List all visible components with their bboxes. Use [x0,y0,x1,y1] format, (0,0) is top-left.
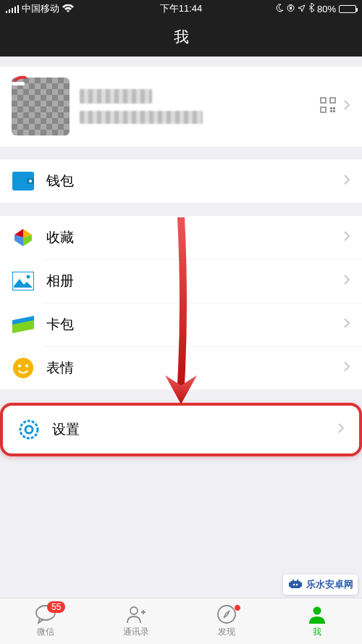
carrier-label: 中国移动 [22,2,59,15]
tab-discover-dot [234,604,241,611]
tab-chats-badge: 55 [47,601,65,613]
sticker-label: 表情 [46,359,343,377]
svg-rect-14 [330,110,332,112]
svg-point-8 [25,74,28,77]
settings-icon [17,418,41,441]
santa-hat-icon [12,73,29,86]
svg-rect-1 [9,9,10,13]
lock-icon [287,4,295,14]
battery-pct: 80% [317,4,336,14]
svg-rect-7 [12,82,25,85]
album-row[interactable]: 相册 [0,259,362,303]
svg-rect-31 [289,582,290,587]
svg-point-18 [29,180,32,183]
svg-rect-30 [290,581,300,588]
svg-rect-3 [14,7,16,13]
cards-icon [12,313,35,336]
svg-rect-15 [333,107,335,109]
svg-rect-2 [12,8,13,13]
svg-point-20 [27,275,30,279]
sticker-icon [12,356,35,380]
svg-rect-9 [321,98,326,103]
favorites-label: 收藏 [46,228,343,247]
tab-me[interactable]: 我 [272,598,362,644]
sticker-row[interactable]: 表情 [0,346,362,390]
page-title: 我 [174,27,189,47]
chevron-right-icon [343,174,350,188]
cards-label: 卡包 [46,315,343,334]
status-bar: 中国移动 下午11:44 80% [0,0,362,17]
svg-point-22 [18,364,21,367]
chevron-right-icon [343,230,350,245]
svg-point-28 [218,606,235,623]
chevron-right-icon [343,361,350,375]
svg-rect-0 [6,11,7,13]
profile-group [0,67,362,146]
watermark-logo-icon [287,577,303,593]
chevron-right-icon [343,317,350,332]
wallet-group: 钱包 [0,159,362,203]
tab-discover-label: 发现 [218,626,235,638]
wallet-icon [12,170,35,193]
chevron-right-icon [343,274,350,288]
svg-rect-10 [330,98,335,103]
cards-row[interactable]: 卡包 [0,303,362,346]
svg-rect-11 [321,107,326,112]
status-time: 下午11:44 [122,2,239,15]
watermark: 乐水安卓网 [283,574,358,595]
tab-discover[interactable]: 发现 [181,598,272,644]
profile-name-blurred [80,89,152,104]
chevron-right-icon [337,422,345,437]
svg-rect-4 [17,5,19,13]
signal-icon [6,5,19,13]
wallet-label: 钱包 [46,172,343,191]
svg-point-33 [293,584,295,586]
settings-highlight: 设置 [0,403,362,456]
svg-point-24 [20,421,38,438]
svg-point-29 [313,607,321,615]
avatar [12,78,70,135]
qr-icon[interactable] [320,97,336,116]
me-icon [306,604,328,624]
settings-row[interactable]: 设置 [6,409,356,451]
tab-contacts-label: 通讯录 [123,626,149,638]
svg-point-25 [25,426,33,433]
tab-chats[interactable]: 55 微信 [0,598,90,644]
profile-id-blurred [80,111,203,124]
wifi-icon [62,4,74,13]
album-label: 相册 [46,272,343,290]
svg-point-21 [13,358,33,378]
tab-me-label: 我 [313,626,321,638]
bluetooth-icon [308,3,314,14]
battery-icon [339,5,356,13]
tab-chats-label: 微信 [37,626,54,638]
watermark-text: 乐水安卓网 [306,578,353,591]
favorites-icon [12,226,35,249]
svg-point-23 [25,364,28,367]
contacts-icon [125,604,147,624]
profile-text [80,89,320,124]
svg-rect-12 [330,107,332,109]
moon-icon [275,4,284,14]
svg-rect-13 [333,110,335,112]
album-icon [12,269,35,293]
tab-bar: 55 微信 通讯录 发现 我 [0,598,362,644]
chevron-right-icon [343,99,350,114]
svg-rect-32 [300,582,302,587]
tab-contacts[interactable]: 通讯录 [90,598,181,644]
svg-point-27 [130,607,138,614]
location-icon [298,4,306,14]
svg-point-34 [296,584,298,586]
svg-rect-6 [290,7,292,9]
misc-group: 收藏 相册 卡包 表情 [0,216,362,390]
svg-rect-19 [12,272,34,290]
favorites-row[interactable]: 收藏 [0,216,362,259]
settings-label: 设置 [52,420,337,439]
wallet-row[interactable]: 钱包 [0,159,362,203]
profile-row[interactable] [0,67,362,146]
nav-bar: 我 [0,17,362,57]
